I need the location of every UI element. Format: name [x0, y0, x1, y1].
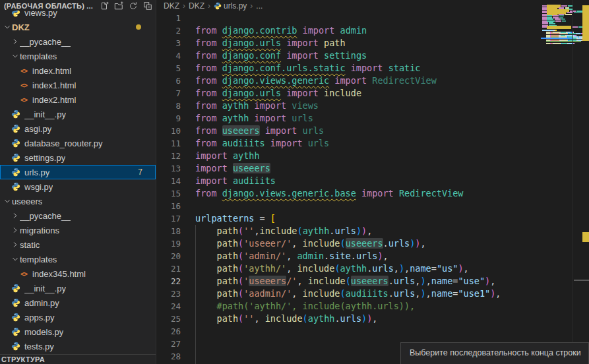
breadcrumb-item[interactable]: urls.py — [214, 1, 247, 11]
breadcrumb-item[interactable]: DKZ — [189, 1, 204, 11]
tree-file-admin-py[interactable]: admin.py — [0, 295, 156, 310]
line-number[interactable]: 21 — [157, 262, 181, 275]
chevron-right-icon[interactable] — [11, 225, 20, 235]
tree-file-__init__-py[interactable]: __init__.py — [0, 107, 156, 121]
line-number[interactable]: 20 — [157, 250, 181, 262]
chevron-down-icon[interactable] — [3, 22, 12, 32]
line-number[interactable]: 11 — [157, 137, 181, 150]
line-number[interactable]: 5 — [157, 62, 181, 75]
line-number[interactable]: 2 — [157, 24, 181, 37]
chevron-down-icon[interactable] — [11, 254, 20, 264]
code-line[interactable]: 24 #path('aythh/', include(aythh.urls)), — [157, 300, 543, 313]
python-icon — [11, 297, 21, 308]
line-number[interactable]: 25 — [157, 313, 181, 325]
line-number[interactable]: 6 — [157, 75, 181, 87]
tree-file-index-html[interactable]: <>index.html — [0, 63, 156, 78]
code-line[interactable]: 18 path('',include(aythh.urls)), — [157, 225, 543, 237]
tree-folder-templates[interactable]: templates — [0, 252, 156, 266]
code-line[interactable]: 17urlpatterns = [ — [157, 212, 543, 225]
explorer-section-header[interactable]: (РАБОЧАЯ ОБЛАСТЬ) ... — [0, 0, 156, 11]
code-line[interactable]: 16 — [157, 200, 543, 212]
breadcrumb-item[interactable]: ... — [256, 1, 263, 11]
tree-folder-useeers[interactable]: useeers — [0, 194, 156, 208]
new-file-icon[interactable] — [100, 1, 109, 11]
collapse-all-icon[interactable] — [143, 1, 152, 11]
tree-file-database_roouter-py[interactable]: database_roouter.py — [0, 136, 156, 150]
tree-file-asgi-py[interactable]: asgi.py — [0, 121, 156, 136]
tree-file-index345-html[interactable]: <>index345.html — [0, 266, 156, 281]
code-line[interactable]: 4from django.conf import settings — [157, 49, 543, 62]
line-number[interactable]: 4 — [157, 49, 181, 62]
code-line[interactable]: 22 path('useeers/', include(useeers.urls… — [157, 275, 543, 288]
code-line[interactable]: 5from django.conf.urls.static import sta… — [157, 62, 543, 75]
line-number[interactable]: 27 — [157, 338, 181, 350]
code-line[interactable]: 2from django.contrib import admin — [157, 24, 543, 37]
breadcrumb-item[interactable]: DKZ — [164, 1, 179, 11]
chevron-right-icon[interactable] — [11, 239, 20, 250]
tree-folder-__pycache__[interactable]: __pycache__ — [0, 34, 156, 49]
tree-file-settings-py[interactable]: settings.py — [0, 150, 156, 165]
chevron-right-icon[interactable] — [11, 210, 20, 221]
line-content: path('admin/', admin.site.urls), — [195, 250, 388, 262]
code-area[interactable]: 12from django.contrib import admin3from … — [157, 12, 543, 363]
line-number[interactable]: 3 — [157, 37, 181, 49]
line-number[interactable]: 15 — [157, 187, 181, 200]
tree-file-index1-html[interactable]: <>index1.html — [0, 78, 156, 92]
tree-file-__init__-py[interactable]: __init__.py — [0, 281, 156, 295]
code-line[interactable]: 26 — [157, 325, 543, 338]
line-number[interactable]: 17 — [157, 212, 181, 225]
line-number[interactable]: 26 — [157, 325, 181, 338]
minimap[interactable] — [541, 1, 573, 67]
line-number[interactable]: 13 — [157, 162, 181, 175]
line-number[interactable]: 12 — [157, 150, 181, 162]
tree-folder-static[interactable]: static — [0, 237, 156, 252]
line-number[interactable]: 7 — [157, 87, 181, 100]
tree-file-apps-py[interactable]: apps.py — [0, 310, 156, 324]
code-line[interactable]: 8from aythh import views — [157, 100, 543, 112]
line-number[interactable]: 24 — [157, 300, 181, 313]
line-number[interactable]: 28 — [157, 350, 181, 363]
code-line[interactable]: 20 path('admin/', admin.site.urls), — [157, 250, 543, 262]
code-line[interactable]: 19 path('useeer/', include(useeers.urls)… — [157, 237, 543, 250]
tree-folder-__pycache__[interactable]: __pycache__ — [0, 208, 156, 223]
line-number[interactable]: 16 — [157, 200, 181, 212]
code-line[interactable]: 13import useeers — [157, 162, 543, 175]
python-icon — [11, 326, 21, 337]
tree-file-tests-py[interactable]: tests.py — [0, 339, 156, 353]
code-line[interactable]: 9from aythh import urls — [157, 112, 543, 125]
tree-folder-dkz[interactable]: DKZ — [0, 20, 156, 34]
code-line[interactable]: 7from django.urls import include — [157, 87, 543, 100]
chevron-down-icon[interactable] — [11, 51, 20, 61]
code-line[interactable]: 12import aythh — [157, 150, 543, 162]
tree-file-models-py[interactable]: models.py — [0, 324, 156, 339]
line-number[interactable]: 8 — [157, 100, 181, 112]
tree-file-urls-py[interactable]: urls.py7 — [0, 165, 156, 179]
code-line[interactable]: 23 path('aadmin/', include(audiiits.urls… — [157, 288, 543, 300]
line-number[interactable]: 19 — [157, 237, 181, 250]
code-line[interactable]: 15from django.views.generic.base import … — [157, 187, 543, 200]
line-number[interactable]: 22 — [157, 275, 181, 288]
new-folder-icon[interactable] — [114, 1, 123, 11]
code-line[interactable]: 1 — [157, 12, 543, 24]
code-line[interactable]: 10from useeers import urls — [157, 125, 543, 137]
chevron-right-icon[interactable] — [11, 36, 20, 47]
code-line[interactable]: 11from audiiits import urls — [157, 137, 543, 150]
chevron-down-icon[interactable] — [3, 196, 12, 206]
outline-section-header[interactable]: СТРУКТУРА — [0, 354, 156, 364]
code-line[interactable]: 14import audiiits — [157, 175, 543, 187]
tree-file-wsgi-py[interactable]: wsgi.py — [0, 179, 156, 194]
line-number[interactable]: 14 — [157, 175, 181, 187]
code-line[interactable]: 3from django.urls import path — [157, 37, 543, 49]
line-number[interactable]: 9 — [157, 112, 181, 125]
tree-folder-templates[interactable]: templates — [0, 49, 156, 63]
line-number[interactable]: 18 — [157, 225, 181, 237]
tree-folder-migrations[interactable]: migrations — [0, 223, 156, 237]
code-line[interactable]: 25 path('', include(aythh.urls)), — [157, 313, 543, 325]
tree-file-index2-html[interactable]: <>index2.html — [0, 92, 156, 107]
line-number[interactable]: 23 — [157, 288, 181, 300]
code-line[interactable]: 6from django.views.generic import Redire… — [157, 75, 543, 87]
code-line[interactable]: 21 path('aythh/', include(aythh.urls,),n… — [157, 262, 543, 275]
line-number[interactable]: 10 — [157, 125, 181, 137]
refresh-icon[interactable] — [129, 1, 138, 11]
line-number[interactable]: 1 — [157, 12, 181, 24]
